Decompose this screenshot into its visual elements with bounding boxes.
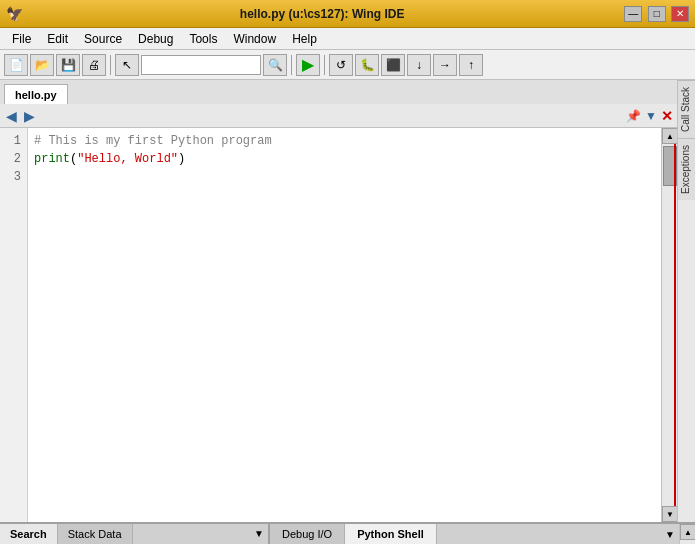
editor-pane: hello.py ◀ ▶ 📌 ▼ ✕ 1 2 3 # Thi	[0, 80, 677, 522]
menu-window[interactable]: Window	[225, 30, 284, 48]
line-num-1: 1	[6, 132, 21, 150]
menu-debug[interactable]: Debug	[130, 30, 181, 48]
code-line-1: # This is my first Python program	[34, 132, 655, 150]
main-area: hello.py ◀ ▶ 📌 ▼ ✕ 1 2 3 # Thi	[0, 80, 695, 522]
minimize-button[interactable]: —	[624, 6, 642, 22]
code-wrapper: 1 2 3 # This is my first Python program …	[0, 128, 677, 522]
pin-icon[interactable]: 📌	[626, 109, 641, 123]
app-icon: 🦅	[6, 6, 22, 22]
menu-help[interactable]: Help	[284, 30, 325, 48]
exceptions-label[interactable]: Exceptions	[678, 138, 695, 200]
editor-close-icon[interactable]: ✕	[661, 108, 673, 124]
stop-button[interactable]: 🐛	[355, 54, 379, 76]
editor-icon-group: 📌 ▼ ✕	[626, 108, 673, 124]
code-line-3	[34, 168, 655, 186]
scroll-up-button[interactable]: ▲	[662, 128, 677, 144]
bottom-panels: Search Stack Data ▼ Search ▼ Replace ▼ C…	[0, 522, 695, 544]
scroll-down-button[interactable]: ▼	[662, 506, 677, 522]
nav-forward-button[interactable]: ▶	[22, 108, 37, 124]
red-margin-line	[674, 144, 676, 506]
close-button[interactable]: ✕	[671, 6, 689, 22]
right-sidebar: Call Stack Exceptions	[677, 80, 695, 522]
maximize-button[interactable]: □	[648, 6, 666, 22]
search-panel: Search Stack Data ▼ Search ▼ Replace ▼ C…	[0, 524, 270, 544]
code-line-2: print("Hello, World")	[34, 150, 655, 168]
tab-python-shell[interactable]: Python Shell	[345, 524, 437, 544]
print-button[interactable]: 🖨	[82, 54, 106, 76]
search-tab-bar: Search Stack Data ▼	[0, 524, 268, 544]
title-text: hello.py (u:\cs127): Wing IDE	[22, 7, 622, 21]
code-editor[interactable]: # This is my first Python program print(…	[28, 128, 661, 522]
step-out-button[interactable]: ↑	[459, 54, 483, 76]
title-bar: 🦅 hello.py (u:\cs127): Wing IDE — □ ✕	[0, 0, 695, 28]
toolbar-search-button[interactable]: 🔍	[263, 54, 287, 76]
open-file-button[interactable]: 📂	[30, 54, 54, 76]
debug-stop-button[interactable]: ⬛	[381, 54, 405, 76]
editor-nav-toolbar: ◀ ▶ 📌 ▼ ✕	[0, 104, 677, 128]
search-panel-dropdown[interactable]: ▼	[250, 524, 268, 544]
code-area: 1 2 3 # This is my first Python program …	[0, 128, 661, 522]
tab-debug-io[interactable]: Debug I/O	[270, 524, 345, 544]
step-over-button[interactable]: →	[433, 54, 457, 76]
menu-source[interactable]: Source	[76, 30, 130, 48]
scroll-track[interactable]	[662, 144, 677, 506]
menu-edit[interactable]: Edit	[39, 30, 76, 48]
menu-file[interactable]: File	[4, 30, 39, 48]
save-file-button[interactable]: 💾	[56, 54, 80, 76]
nav-back-button[interactable]: ◀	[4, 108, 19, 124]
toolbar-separator-3	[324, 55, 325, 75]
editor-scrollbar[interactable]: ▲ ▼	[661, 128, 677, 522]
search-tab-stack[interactable]: Stack Data	[58, 524, 133, 544]
toolbar: 📄 📂 💾 🖨 ↖ 🔍 ▶ ↺ 🐛 ⬛ ↓ → ↑	[0, 50, 695, 80]
rb-scroll-up[interactable]: ▲	[680, 524, 695, 540]
toolbar-separator-2	[291, 55, 292, 75]
step-into-button[interactable]: ↓	[407, 54, 431, 76]
editor-tab-hello[interactable]: hello.py	[4, 84, 68, 104]
menu-tools[interactable]: Tools	[181, 30, 225, 48]
nav-buttons: ◀ ▶	[4, 108, 37, 124]
toolbar-separator-1	[110, 55, 111, 75]
cursor-button[interactable]: ↖	[115, 54, 139, 76]
window-controls: — □ ✕	[622, 6, 689, 22]
run-button[interactable]: ▶	[296, 54, 320, 76]
right-tab-bar: Debug I/O Python Shell ▼	[270, 524, 679, 544]
menu-bar: File Edit Source Debug Tools Window Help	[0, 28, 695, 50]
right-panel-dropdown[interactable]: ▼	[661, 525, 679, 544]
editor-dropdown-icon[interactable]: ▼	[645, 109, 657, 123]
right-bottom-scrollbar[interactable]: ▲ ▼	[679, 524, 695, 544]
right-bottom-panel: Debug I/O Python Shell ▼ Commands execut…	[270, 524, 679, 544]
search-tab-search[interactable]: Search	[0, 524, 58, 544]
rb-scroll-track[interactable]	[680, 540, 695, 544]
editor-tab-bar: hello.py	[0, 80, 677, 104]
line-numbers: 1 2 3	[0, 128, 28, 522]
toolbar-search-input[interactable]	[141, 55, 261, 75]
call-stack-label[interactable]: Call Stack	[678, 80, 695, 138]
new-file-button[interactable]: 📄	[4, 54, 28, 76]
restart-button[interactable]: ↺	[329, 54, 353, 76]
line-num-3: 3	[6, 168, 21, 186]
line-num-2: 2	[6, 150, 21, 168]
